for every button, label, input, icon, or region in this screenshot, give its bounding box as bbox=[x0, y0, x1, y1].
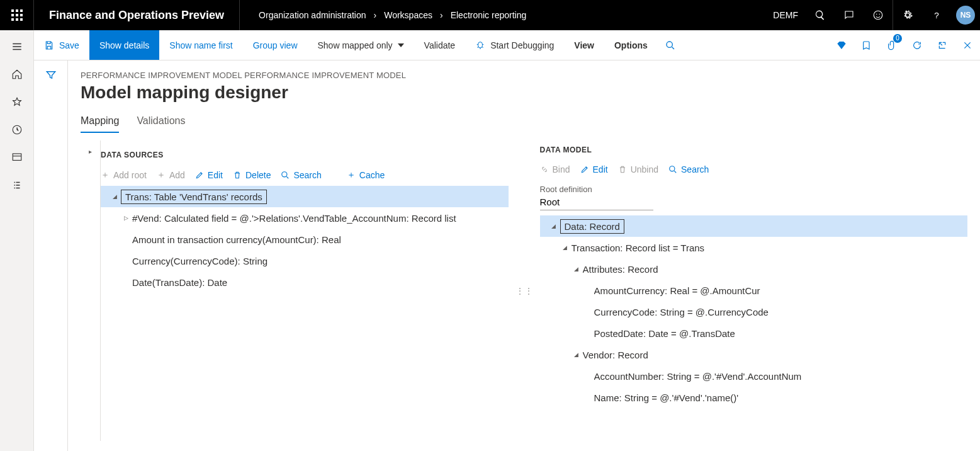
tree-expander[interactable]: ▷ bbox=[120, 215, 132, 221]
app-launcher-button[interactable] bbox=[0, 0, 34, 30]
tree-row[interactable]: CurrencyCode: String = @.CurrencyCode bbox=[540, 301, 968, 323]
cmdbar-close-button[interactable] bbox=[955, 30, 980, 60]
show-name-first-button[interactable]: Show name first bbox=[159, 30, 242, 60]
dm-unbind-button[interactable]: Unbind bbox=[618, 164, 658, 174]
tab-mapping[interactable]: Mapping bbox=[81, 110, 119, 133]
nav-favorites-button[interactable] bbox=[0, 89, 34, 115]
close-icon bbox=[962, 40, 972, 50]
tree-expander[interactable]: ◢ bbox=[570, 351, 583, 358]
tree-expander[interactable]: ◢ bbox=[548, 223, 560, 229]
ds-delete-button[interactable]: Delete bbox=[233, 170, 271, 180]
root-definition-input[interactable] bbox=[540, 194, 653, 210]
tree-node-label: Trans: Table 'VendTrans' records bbox=[121, 190, 267, 204]
view-label: View bbox=[574, 40, 594, 50]
tree-expander[interactable]: ◢ bbox=[570, 266, 583, 272]
feedback-button[interactable] bbox=[864, 0, 893, 30]
tree-row[interactable]: ◢Transaction: Record list = Trans bbox=[540, 237, 968, 258]
ds-search-button[interactable]: Search bbox=[281, 170, 321, 180]
nav-recent-button[interactable] bbox=[0, 117, 34, 142]
cmdbar-refresh-button[interactable] bbox=[904, 30, 930, 60]
save-icon bbox=[44, 40, 54, 50]
trash-icon bbox=[233, 171, 242, 180]
tree-row[interactable]: PostedDate: Date = @.TransDate bbox=[540, 323, 968, 344]
settings-button[interactable] bbox=[893, 0, 922, 30]
save-button[interactable]: Save bbox=[34, 30, 89, 60]
validate-button[interactable]: Validate bbox=[414, 30, 466, 60]
nav-modules-button[interactable] bbox=[0, 173, 34, 198]
tree-row[interactable]: Date(TransDate): Date bbox=[101, 271, 509, 293]
company-selector[interactable]: DEMF bbox=[765, 10, 806, 20]
dm-search-label: Search bbox=[681, 164, 709, 174]
clock-icon bbox=[11, 124, 23, 135]
tree-row[interactable]: ◢Trans: Table 'VendTrans' records bbox=[101, 186, 509, 207]
tab-validations[interactable]: Validations bbox=[137, 110, 185, 133]
cmdbar-attach-button[interactable]: 0 bbox=[879, 30, 904, 60]
cmdbar-search-button[interactable] bbox=[658, 30, 683, 60]
breadcrumb-item[interactable]: Organization administration bbox=[259, 10, 366, 20]
tree-row[interactable]: ◢Attributes: Record bbox=[540, 258, 968, 280]
dm-edit-button[interactable]: Edit bbox=[580, 164, 608, 174]
designer-columns: ▸ DATA SOURCES ＋Add root ＋Add bbox=[81, 140, 967, 441]
search-button[interactable] bbox=[806, 0, 835, 30]
nav-hamburger-button[interactable] bbox=[0, 34, 34, 59]
tree-row[interactable]: AccountNumber: String = @.'#Vend'.Accoun… bbox=[540, 365, 968, 387]
tree-row[interactable]: ▷#Vend: Calculated field = @.'>Relations… bbox=[101, 207, 509, 229]
dm-bind-button[interactable]: Bind bbox=[540, 164, 570, 174]
tree-expander[interactable]: ◢ bbox=[108, 193, 121, 200]
svg-point-2 bbox=[879, 14, 881, 15]
nav-home-button[interactable] bbox=[0, 62, 34, 87]
tree-row[interactable]: Name: String = @.'#Vend'.'name()' bbox=[540, 387, 968, 408]
trash-icon bbox=[618, 165, 627, 174]
tree-node-label: Vendor: Record bbox=[583, 350, 648, 360]
tree-row[interactable]: ◢Data: Record bbox=[540, 215, 968, 237]
ds-cache-button[interactable]: ＋Cache bbox=[347, 169, 385, 181]
start-debugging-label: Start Debugging bbox=[490, 40, 554, 50]
diamond-icon bbox=[836, 40, 847, 50]
top-nav-right: DEMF ? NS bbox=[765, 0, 980, 30]
tree-node-label: CurrencyCode: String = @.CurrencyCode bbox=[594, 307, 769, 317]
cmdbar-diamond-button[interactable] bbox=[829, 30, 854, 60]
nav-workspaces-button[interactable] bbox=[0, 145, 34, 170]
dm-search-button[interactable]: Search bbox=[668, 164, 709, 174]
chevron-down-icon bbox=[398, 43, 404, 47]
cmdbar-book-button[interactable] bbox=[854, 30, 879, 60]
app-title: Finance and Operations Preview bbox=[34, 0, 240, 30]
tree-node-label: Data: Record bbox=[560, 219, 624, 234]
show-details-button[interactable]: Show details bbox=[89, 30, 159, 60]
breadcrumb-item[interactable]: Workspaces bbox=[384, 10, 432, 20]
page: PERFORMANCE IMPROVEMENT MODEL PERFORMANC… bbox=[68, 60, 980, 451]
ds-edit-button[interactable]: Edit bbox=[195, 170, 223, 180]
ds-cache-label: Cache bbox=[359, 170, 385, 180]
attach-badge: 0 bbox=[893, 34, 902, 43]
page-pre-title: PERFORMANCE IMPROVEMENT MODEL PERFORMANC… bbox=[81, 71, 967, 80]
messages-button[interactable] bbox=[835, 0, 864, 30]
help-button[interactable]: ? bbox=[922, 0, 951, 30]
data-source-types-collapse[interactable]: ▸ bbox=[81, 140, 101, 441]
tree-row[interactable]: Amount in transaction currency(AmountCur… bbox=[101, 229, 509, 250]
show-mapped-only-dropdown[interactable]: Show mapped only bbox=[308, 30, 414, 60]
filter-pane-toggle[interactable] bbox=[34, 60, 68, 451]
cmdbar-popout-button[interactable] bbox=[930, 30, 955, 60]
root-definition-label: Root definition bbox=[540, 185, 968, 194]
ds-search-label: Search bbox=[293, 170, 321, 180]
svg-point-1 bbox=[876, 14, 877, 15]
column-splitter[interactable]: ⋮⋮ bbox=[519, 140, 530, 441]
search-icon bbox=[814, 9, 826, 21]
tree-row[interactable]: AmountCurrency: Real = @.AmountCur bbox=[540, 280, 968, 301]
group-view-button[interactable]: Group view bbox=[243, 30, 308, 60]
data-model-toolbar: Bind Edit Unbind bbox=[540, 159, 968, 180]
chat-icon bbox=[843, 9, 855, 21]
ds-add-button[interactable]: ＋Add bbox=[157, 169, 185, 181]
start-debugging-button[interactable]: Start Debugging bbox=[465, 30, 564, 60]
plus-icon: ＋ bbox=[101, 169, 110, 181]
data-sources-panel: ▸ DATA SOURCES ＋Add root ＋Add bbox=[81, 140, 509, 441]
user-avatar[interactable]: NS bbox=[951, 0, 980, 30]
tree-row[interactable]: Currency(CurrencyCode): String bbox=[101, 250, 509, 271]
breadcrumb-item[interactable]: Electronic reporting bbox=[451, 10, 527, 20]
tree-row[interactable]: ◢Vendor: Record bbox=[540, 344, 968, 365]
validate-label: Validate bbox=[424, 40, 456, 50]
options-menu[interactable]: Options bbox=[604, 30, 658, 60]
view-menu[interactable]: View bbox=[564, 30, 604, 60]
tree-expander[interactable]: ◢ bbox=[559, 244, 572, 251]
ds-add-root-button[interactable]: ＋Add root bbox=[101, 169, 147, 181]
